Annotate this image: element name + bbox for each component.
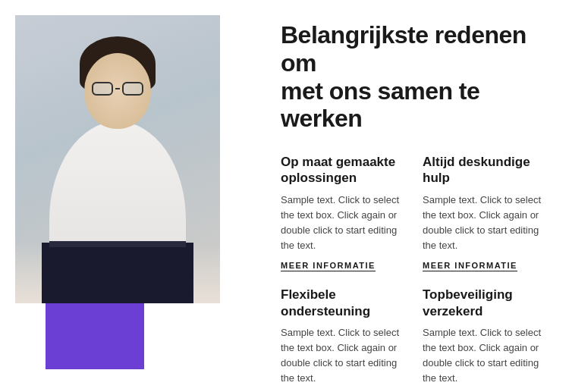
meer-link-2[interactable]: MEER INFORMATIE [423,261,517,271]
right-section: Belangrijkste redenen om met ons samen t… [258,0,569,392]
feature-text-2: Sample text. Click to select the text bo… [423,193,546,254]
photo-image [15,15,220,303]
main-title: Belangrijkste redenen om met ons samen t… [281,21,546,133]
feature-item-1: Op maat gemaakte oplossingen Sample text… [281,154,404,271]
feature-title-2: Altijd deskundige hulp [423,154,546,187]
feature-item-3: Flexibele ondersteuning Sample text. Cli… [281,287,404,392]
left-section [0,0,258,392]
feature-item-2: Altijd deskundige hulp Sample text. Clic… [423,154,546,271]
features-grid: Op maat gemaakte oplossingen Sample text… [281,154,546,392]
feature-title-1: Op maat gemaakte oplossingen [281,154,404,187]
feature-text-3: Sample text. Click to select the text bo… [281,325,404,387]
feature-title-3: Flexibele ondersteuning [281,287,404,319]
feature-text-1: Sample text. Click to select the text bo… [281,193,404,254]
meer-link-1[interactable]: MEER INFORMATIE [281,261,376,271]
photo-container [15,15,220,303]
feature-item-4: Topbeveiliging verzekerd Sample text. Cl… [423,287,546,392]
page: Belangrijkste redenen om met ons samen t… [0,0,569,392]
feature-text-4: Sample text. Click to select the text bo… [423,325,546,387]
feature-title-4: Topbeveiliging verzekerd [423,287,546,319]
